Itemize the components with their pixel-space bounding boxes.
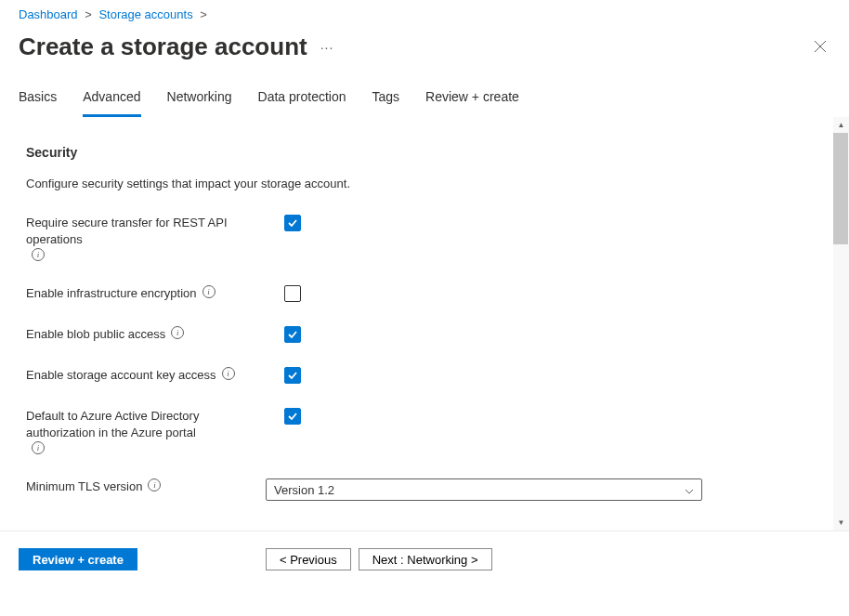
checkbox-aad-default[interactable] [284, 408, 301, 425]
page-title: Create a storage account [19, 33, 307, 61]
checkmark-icon [287, 217, 298, 229]
scroll-up-button[interactable]: ▲ [833, 117, 849, 133]
tab-basics[interactable]: Basics [19, 89, 57, 117]
breadcrumb: Dashboard > Storage accounts > [0, 0, 849, 25]
scroll-thumb[interactable] [833, 133, 848, 244]
checkbox-key-access[interactable] [284, 367, 301, 384]
tab-review-create[interactable]: Review + create [425, 89, 519, 117]
info-icon[interactable]: i [32, 248, 45, 261]
field-infra-encryption: Enable infrastructure encryption i [26, 285, 823, 302]
section-title-security: Security [26, 145, 823, 160]
field-blob-public: Enable blob public access i [26, 326, 823, 343]
section-description: Configure security settings that impact … [26, 177, 823, 190]
chevron-down-icon [685, 483, 694, 497]
field-label: Default to Azure Active Directory author… [26, 408, 266, 454]
select-value: Version 1.2 [274, 483, 334, 497]
close-icon [814, 40, 827, 53]
previous-button[interactable]: < Previous [266, 548, 351, 570]
field-label: Require secure transfer for REST API ope… [26, 215, 266, 261]
breadcrumb-separator: > [200, 7, 207, 21]
info-icon[interactable]: i [222, 367, 235, 380]
checkbox-infra-encryption[interactable] [284, 285, 301, 302]
content-panel: Security Configure security settings tha… [0, 117, 849, 531]
info-icon[interactable]: i [171, 326, 184, 339]
checkmark-icon [287, 370, 298, 381]
field-key-access: Enable storage account key access i [26, 367, 823, 384]
field-label: Enable storage account key access i [26, 367, 266, 384]
checkbox-blob-public[interactable] [284, 326, 301, 343]
info-icon[interactable]: i [148, 478, 161, 491]
checkmark-icon [287, 329, 298, 340]
tab-networking[interactable]: Networking [167, 89, 232, 117]
review-create-button[interactable]: Review + create [19, 548, 137, 570]
checkmark-icon [287, 411, 298, 422]
field-aad-default: Default to Azure Active Directory author… [26, 408, 823, 454]
info-icon[interactable]: i [32, 441, 45, 454]
field-label: Minimum TLS version i [26, 478, 266, 495]
scrollbar[interactable]: ▲ ▼ [833, 117, 849, 531]
next-button[interactable]: Next : Networking > [359, 548, 492, 570]
field-secure-transfer: Require secure transfer for REST API ope… [26, 215, 823, 261]
tab-tags[interactable]: Tags [372, 89, 400, 117]
page-header: Create a storage account ··· [0, 25, 849, 61]
field-min-tls: Minimum TLS version i Version 1.2 [26, 478, 823, 501]
breadcrumb-link-storage-accounts[interactable]: Storage accounts [98, 7, 192, 21]
footer-bar: Review + create < Previous Next : Networ… [0, 531, 849, 589]
close-button[interactable] [810, 35, 830, 59]
checkbox-secure-transfer[interactable] [284, 215, 301, 231]
tab-bar: Basics Advanced Networking Data protecti… [0, 61, 849, 117]
tab-advanced[interactable]: Advanced [83, 89, 140, 117]
breadcrumb-separator: > [85, 7, 92, 21]
more-actions-button[interactable]: ··· [320, 40, 334, 55]
info-icon[interactable]: i [202, 285, 216, 298]
field-label: Enable blob public access i [26, 326, 266, 343]
content-scroll-region: Security Configure security settings tha… [0, 117, 849, 531]
scroll-down-button[interactable]: ▼ [833, 515, 849, 531]
breadcrumb-link-dashboard[interactable]: Dashboard [19, 7, 78, 21]
field-label: Enable infrastructure encryption i [26, 285, 266, 302]
select-min-tls[interactable]: Version 1.2 [266, 478, 702, 501]
tab-data-protection[interactable]: Data protection [258, 89, 346, 117]
